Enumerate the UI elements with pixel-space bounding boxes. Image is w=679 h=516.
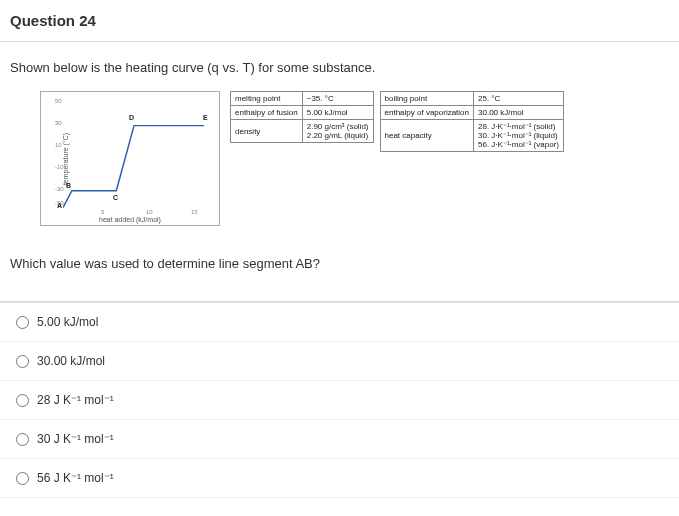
option-5[interactable]: 56 J K⁻¹ mol⁻¹	[0, 459, 679, 498]
figure-and-tables: temperature (°C) 50 30 10 -10 -30 -50 5 …	[10, 91, 669, 236]
cell-label: enthalpy of fusion	[231, 106, 303, 120]
point-c-label: C	[113, 194, 118, 201]
cell-value: 28. J·K⁻¹·mol⁻¹ (solid) 30. J·K⁻¹·mol⁻¹ …	[474, 120, 564, 152]
heating-curve-graph: temperature (°C) 50 30 10 -10 -30 -50 5 …	[40, 91, 220, 226]
option-label: 30 J K⁻¹ mol⁻¹	[37, 432, 114, 446]
cell-value: 30.00 kJ/mol	[474, 106, 564, 120]
table-row: enthalpy of fusion5.00 kJ/mol	[231, 106, 374, 120]
table-row: density2.90 g/cm³ (solid) 2.20 g/mL (liq…	[231, 120, 374, 143]
option-1[interactable]: 5.00 kJ/mol	[0, 303, 679, 342]
table-row: enthalpy of vaporization30.00 kJ/mol	[380, 106, 563, 120]
option-radio[interactable]	[16, 355, 29, 368]
x-axis-label: heat added (kJ/mol)	[99, 216, 161, 223]
question-header: Question 24	[0, 0, 679, 42]
curve-svg	[63, 98, 213, 208]
properties-table-2: boiling point25. °C enthalpy of vaporiza…	[380, 91, 564, 152]
option-label: 28 J K⁻¹ mol⁻¹	[37, 393, 114, 407]
data-tables: melting point−35. °C enthalpy of fusion5…	[230, 91, 564, 152]
question-prompt: Which value was used to determine line s…	[10, 256, 669, 271]
option-radio[interactable]	[16, 433, 29, 446]
table-row: heat capacity28. J·K⁻¹·mol⁻¹ (solid) 30.…	[380, 120, 563, 152]
option-4[interactable]: 30 J K⁻¹ mol⁻¹	[0, 420, 679, 459]
cell-label: heat capacity	[380, 120, 474, 152]
point-a-label: A	[57, 202, 62, 209]
option-label: 30.00 kJ/mol	[37, 354, 105, 368]
option-label: 5.00 kJ/mol	[37, 315, 98, 329]
y-tick: 30	[55, 120, 62, 126]
option-3[interactable]: 28 J K⁻¹ mol⁻¹	[0, 381, 679, 420]
cell-value: 5.00 kJ/mol	[302, 106, 373, 120]
option-radio[interactable]	[16, 394, 29, 407]
cell-value: 25. °C	[474, 92, 564, 106]
y-tick: 10	[55, 142, 62, 148]
plot-area: A B C D E	[63, 98, 213, 207]
option-2[interactable]: 30.00 kJ/mol	[0, 342, 679, 381]
option-label: 56 J K⁻¹ mol⁻¹	[37, 471, 114, 485]
x-tick: 15	[191, 209, 198, 215]
point-d-label: D	[129, 114, 134, 121]
cell-label: boiling point	[380, 92, 474, 106]
cell-label: density	[231, 120, 303, 143]
option-radio[interactable]	[16, 472, 29, 485]
intro-text: Shown below is the heating curve (q vs. …	[10, 60, 669, 75]
question-number: Question 24	[10, 12, 96, 29]
cell-value: −35. °C	[302, 92, 373, 106]
x-tick: 10	[146, 209, 153, 215]
cell-label: melting point	[231, 92, 303, 106]
table-row: boiling point25. °C	[380, 92, 563, 106]
question-body: Shown below is the heating curve (q vs. …	[0, 42, 679, 302]
y-tick: 50	[55, 98, 62, 104]
table-row: melting point−35. °C	[231, 92, 374, 106]
x-tick: 5	[101, 209, 104, 215]
properties-table-1: melting point−35. °C enthalpy of fusion5…	[230, 91, 374, 143]
cell-value: 2.90 g/cm³ (solid) 2.20 g/mL (liquid)	[302, 120, 373, 143]
options-list: 5.00 kJ/mol 30.00 kJ/mol 28 J K⁻¹ mol⁻¹ …	[0, 302, 679, 498]
option-radio[interactable]	[16, 316, 29, 329]
cell-label: enthalpy of vaporization	[380, 106, 474, 120]
point-b-label: B	[66, 182, 71, 189]
point-e-label: E	[203, 114, 208, 121]
